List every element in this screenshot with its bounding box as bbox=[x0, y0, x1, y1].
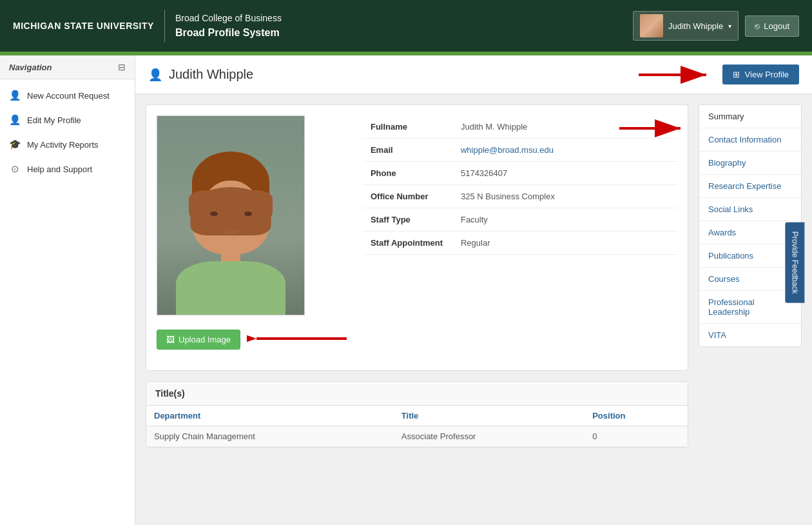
upload-row: 🖼 Upload Image bbox=[157, 327, 350, 350]
info-value: whipple@broad.msu.edu bbox=[453, 139, 677, 162]
user-avatar bbox=[640, 14, 663, 37]
sidebar: Navigation ⊟ 👤 New Account Request 👤 Edi… bbox=[0, 55, 135, 525]
info-label: Staff Appointment bbox=[363, 232, 453, 255]
sidebar-toggle-icon[interactable]: ⊟ bbox=[118, 62, 126, 72]
profile-main: 🖼 Upload Image bbox=[146, 104, 688, 448]
table-row: Supply Chain ManagementAssociate Profess… bbox=[146, 426, 688, 447]
titles-section-header: Title(s) bbox=[146, 382, 688, 406]
right-nav-item[interactable]: Summary bbox=[699, 105, 801, 128]
sidebar-item-label: My Activity Reports bbox=[27, 140, 99, 150]
info-label: Phone bbox=[363, 162, 453, 185]
university-name-strong: MICHIGAN STATE UNIVERSITY bbox=[13, 21, 154, 31]
image-icon: 🖼 bbox=[166, 335, 175, 344]
header-divider bbox=[164, 10, 165, 42]
table-cell-title: Associate Professor bbox=[394, 426, 585, 447]
arrow-right-icon bbox=[639, 66, 716, 84]
logout-icon: ⎋ bbox=[755, 21, 760, 31]
sidebar-item-label: Help and Support bbox=[27, 164, 92, 174]
feedback-tab[interactable]: Provide Feedback bbox=[786, 223, 805, 303]
profile-photo bbox=[157, 115, 305, 315]
sidebar-item-new-account[interactable]: 👤 New Account Request bbox=[0, 83, 135, 108]
upload-label: Upload Image bbox=[179, 335, 231, 344]
upload-image-button[interactable]: 🖼 Upload Image bbox=[157, 330, 240, 350]
help-icon: ⊙ bbox=[9, 163, 21, 175]
graduation-icon: 🎓 bbox=[9, 139, 21, 150]
sidebar-item-label: Edit My Profile bbox=[27, 115, 81, 125]
person-icon-2: 👤 bbox=[9, 114, 21, 126]
sidebar-header: Navigation ⊟ bbox=[0, 55, 135, 79]
email-link[interactable]: whipple@broad.msu.edu bbox=[461, 145, 554, 155]
logout-label: Logout bbox=[764, 21, 789, 31]
right-nav-item[interactable]: VITA bbox=[699, 324, 801, 346]
sidebar-item-edit-profile[interactable]: 👤 Edit My Profile bbox=[0, 108, 135, 132]
titles-table: DepartmentTitlePosition Supply Chain Man… bbox=[146, 406, 688, 447]
profile-content: 🖼 Upload Image bbox=[135, 104, 812, 458]
profile-info: FullnameJudith M. WhippleEmailwhipple@br… bbox=[363, 115, 677, 350]
feedback-label: Provide Feedback bbox=[791, 232, 800, 294]
person-title-icon: 👤 bbox=[148, 68, 162, 82]
user-name-label: Judith Whipple bbox=[668, 21, 723, 31]
titles-column-header: Position bbox=[585, 406, 688, 426]
info-value: 5174326407 bbox=[453, 162, 677, 185]
view-profile-label: View Profile bbox=[745, 70, 789, 79]
titles-card: Title(s) DepartmentTitlePosition Supply … bbox=[146, 381, 688, 448]
titles-column-header: Title bbox=[394, 406, 585, 426]
sidebar-item-help[interactable]: ⊙ Help and Support bbox=[0, 157, 135, 181]
view-profile-button[interactable]: ⊞ View Profile bbox=[722, 64, 799, 84]
arrow-summary-icon bbox=[619, 119, 690, 137]
profile-card: 🖼 Upload Image bbox=[146, 104, 688, 371]
info-value: Regular bbox=[453, 232, 677, 255]
table-cell-department: Supply Chain Management bbox=[146, 426, 394, 447]
header-branding: MICHIGAN STATE UNIVERSITY Broad College … bbox=[13, 10, 282, 42]
right-nav-item[interactable]: Contact Information bbox=[699, 128, 801, 152]
profile-top: 🖼 Upload Image bbox=[157, 115, 677, 350]
header-actions: Judith Whipple ▾ ⎋ Logout bbox=[633, 11, 799, 41]
chevron-down-icon: ▾ bbox=[728, 23, 731, 30]
logout-button[interactable]: ⎋ Logout bbox=[745, 15, 799, 37]
titles-column-header: Department bbox=[146, 406, 394, 426]
table-cell-position: 0 bbox=[585, 426, 688, 447]
info-value: 325 N Business Complex bbox=[453, 185, 677, 208]
content-area: 👤 Judith Whipple ⊞ View Profile bbox=[135, 55, 812, 525]
page-title: Judith Whipple bbox=[169, 67, 253, 82]
university-logo: MICHIGAN STATE UNIVERSITY bbox=[13, 20, 154, 32]
main-container: Navigation ⊟ 👤 New Account Request 👤 Edi… bbox=[0, 55, 812, 525]
page-header: 👤 Judith Whipple ⊞ View Profile bbox=[135, 55, 812, 94]
info-label: Office Number bbox=[363, 185, 453, 208]
right-nav-item[interactable]: Social Links bbox=[699, 198, 801, 221]
system-name: Broad College of Business Broad Profile … bbox=[175, 12, 282, 41]
person-icon: 👤 bbox=[9, 90, 21, 101]
view-profile-icon: ⊞ bbox=[733, 70, 740, 79]
arrow-left-icon bbox=[247, 330, 350, 348]
info-label: Fullname bbox=[363, 115, 453, 139]
sidebar-item-label: New Account Request bbox=[27, 91, 110, 101]
info-value: Faculty bbox=[453, 208, 677, 232]
right-nav-item[interactable]: Research Expertise bbox=[699, 175, 801, 198]
right-nav-item[interactable]: Biography bbox=[699, 152, 801, 175]
sidebar-title: Navigation bbox=[9, 63, 52, 72]
user-dropdown[interactable]: Judith Whipple ▾ bbox=[633, 11, 739, 41]
app-header: MICHIGAN STATE UNIVERSITY Broad College … bbox=[0, 0, 812, 52]
info-label: Staff Type bbox=[363, 208, 453, 232]
page-title-section: 👤 Judith Whipple bbox=[148, 67, 253, 82]
sidebar-nav: 👤 New Account Request 👤 Edit My Profile … bbox=[0, 79, 135, 185]
info-label: Email bbox=[363, 139, 453, 162]
sidebar-item-activity-reports[interactable]: 🎓 My Activity Reports bbox=[0, 132, 135, 157]
